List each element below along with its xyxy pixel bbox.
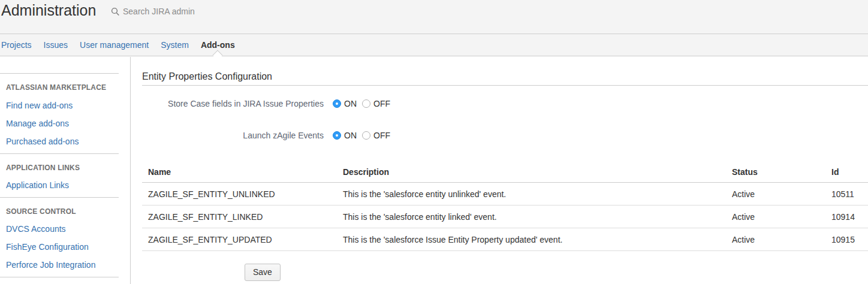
cell-name: ZAGILE_SF_ENTITY_LINKED (142, 206, 337, 228)
sidebar-heading-atlassian-marketplace: ATLASSIAN MARKETPLACE (6, 84, 130, 92)
radio-off-icon[interactable] (362, 99, 370, 108)
table-row: ZAGILE_SF_ENTITY_LINKED This is the 'sal… (142, 206, 868, 228)
form-row-launch-zagile-events: Launch zAgile Events ON OFF (142, 131, 868, 140)
admin-search (111, 5, 237, 18)
cell-description: This is the 'salesforce Issue Entity Pro… (337, 228, 726, 251)
table-row: ZAGILE_SF_ENTITY_UNLINKED This is the 's… (142, 183, 868, 206)
cell-id: 10914 (825, 206, 868, 228)
tab-system[interactable]: System (161, 34, 189, 56)
section-heading: Entity Properties Configuration (142, 72, 868, 86)
cell-name: ZAGILE_SF_ENTITY_UPDATED (142, 228, 337, 251)
events-table: Name Description Status Id ZAGILE_SF_ENT… (142, 167, 868, 251)
tab-projects[interactable]: Projects (1, 34, 32, 56)
sidebar-divider (0, 277, 119, 277)
field-label-launch-zagile-events: Launch zAgile Events (142, 131, 324, 140)
form-row-store-case-fields: Store Case fields in JIRA Issue Properti… (142, 99, 868, 108)
tab-issues[interactable]: Issues (44, 34, 68, 56)
cell-description: This is the 'salesforce entity unlinked'… (337, 183, 726, 206)
sidebar-item-perforce-job-integration[interactable]: Perforce Job Integration (6, 261, 130, 270)
jira-admin-screen: Administration Projects Issues User mana… (0, 0, 868, 284)
sidebar-item-application-links[interactable]: Application Links (6, 181, 130, 190)
sidebar-item-manage-add-ons[interactable]: Manage add-ons (6, 119, 130, 128)
sidebar-divider (0, 73, 119, 74)
column-header-name: Name (142, 167, 337, 183)
table-row: ZAGILE_SF_ENTITY_UPDATED This is the 'sa… (142, 228, 868, 251)
search-icon (111, 7, 120, 16)
save-button[interactable]: Save (245, 264, 281, 281)
radio-on-selected-icon[interactable] (333, 99, 341, 108)
column-header-id: Id (825, 167, 868, 183)
sidebar-content: ATLASSIAN MARKETPLACE Find new add-ons M… (0, 57, 130, 284)
column-header-description: Description (337, 167, 726, 183)
cell-status: Active (726, 183, 825, 206)
tab-user-management[interactable]: User management (80, 34, 149, 56)
sidebar-divider (0, 197, 119, 198)
sidebar-item-purchased-add-ons[interactable]: Purchased add-ons (6, 137, 130, 146)
sidebar: ATLASSIAN MARKETPLACE Find new add-ons M… (0, 57, 131, 284)
cell-description: This is the 'salesforce entity linked' e… (337, 206, 726, 228)
main-content: Entity Properties Configuration Store Ca… (131, 56, 868, 284)
sidebar-item-fisheye-configuration[interactable]: FishEye Configuration (6, 243, 130, 252)
tab-add-ons[interactable]: Add-ons (201, 34, 235, 56)
radio-off-label: OFF (373, 99, 390, 108)
radio-group-launch-zagile-events: ON OFF (333, 131, 390, 140)
field-label-store-case-fields: Store Case fields in JIRA Issue Properti… (142, 99, 324, 108)
table-header-row: Name Description Status Id (142, 167, 868, 183)
sidebar-item-find-new-add-ons[interactable]: Find new add-ons (6, 101, 130, 110)
page-title: Administration (1, 1, 96, 19)
radio-group-store-case-fields: ON OFF (333, 99, 390, 108)
cell-status: Active (726, 206, 825, 228)
app-header: Administration (0, 0, 868, 34)
column-header-status: Status (726, 167, 825, 183)
cell-id: 10915 (825, 228, 868, 251)
sidebar-divider (0, 153, 119, 154)
admin-nav: Projects Issues User management System A… (0, 34, 868, 56)
cell-name: ZAGILE_SF_ENTITY_UNLINKED (142, 183, 337, 206)
sidebar-heading-source-control: SOURCE CONTROL (6, 208, 130, 216)
radio-on-label: ON (344, 99, 357, 108)
sidebar-heading-application-links: APPLICATION LINKS (6, 164, 130, 172)
cell-id: 10511 (825, 183, 868, 206)
cell-status: Active (726, 228, 825, 251)
tab-add-ons-label: Add-ons (201, 40, 235, 50)
radio-off-icon[interactable] (362, 131, 370, 140)
sidebar-item-dvcs-accounts[interactable]: DVCS Accounts (6, 225, 130, 234)
radio-on-selected-icon[interactable] (333, 131, 341, 140)
radio-on-label: ON (344, 131, 357, 140)
search-input[interactable] (123, 7, 237, 16)
radio-off-label: OFF (373, 131, 390, 140)
